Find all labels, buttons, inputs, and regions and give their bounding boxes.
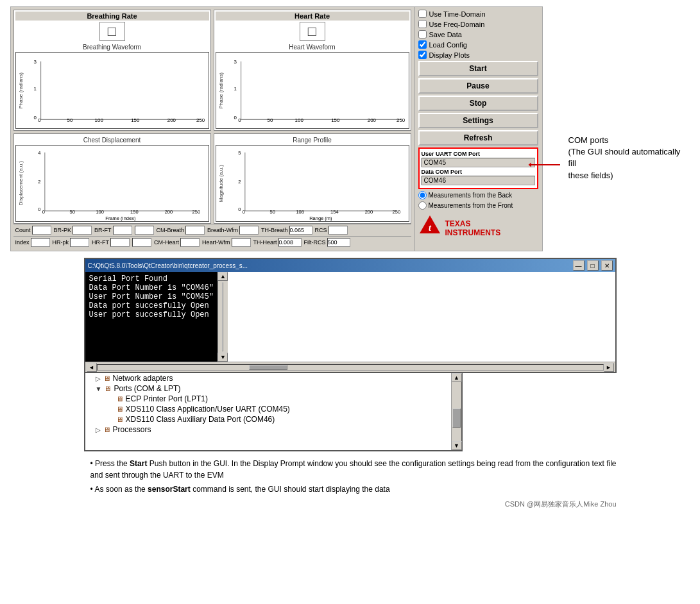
user-uart-label: User UART COM Port [422,151,535,157]
terminal-line-3: User Port Number is "COM45" [89,292,214,301]
scroll-up-button[interactable]: ▲ [218,272,228,281]
extra-input1[interactable] [135,226,154,235]
hscroll-left-button[interactable]: ◄ [87,363,97,372]
use-freq-domain-label: Use Freq-Domain [429,21,485,28]
hscroll-right-button[interactable]: ► [604,363,614,372]
th-heart-input[interactable] [278,238,302,247]
svg-text:3: 3 [234,59,237,65]
processor-icon: 🖥 [103,426,110,433]
use-time-domain-label: Use Time-Domain [429,10,486,18]
cm-breath-label: CM-Breath [157,227,185,233]
cm-breath-input[interactable] [185,226,205,235]
svg-text:100: 100 [96,209,105,215]
hr-ft-label: HR-FT [92,239,109,246]
processors-item[interactable]: ▷ 🖥 Processors [85,424,451,435]
use-time-domain-checkbox[interactable] [418,10,427,18]
device-scroll-down[interactable]: ▼ [452,441,462,450]
terminal-scrollbar[interactable]: ▲ ▼ [218,272,228,362]
xds110-data-item[interactable]: 🖥 XDS110 Class Auxiliary Data Port (COM4… [85,414,451,424]
br-ft-input[interactable] [113,226,132,235]
display-plots-checkbox[interactable] [418,51,427,59]
svg-text:Frame (Index): Frame (Index) [106,215,137,221]
close-button[interactable]: ✕ [601,260,613,271]
display-plots-row: Display Plots [418,51,538,59]
svg-text:50: 50 [67,117,73,123]
heart-wfm-label: Heart-Wfm [202,239,230,246]
use-time-domain-row: Use Time-Domain [418,10,538,18]
count-input[interactable] [32,226,51,235]
status-bar: Count BR-PK BR-FT CM-Breath [13,224,411,236]
index-input[interactable] [31,238,50,247]
svg-marker-49 [528,162,531,167]
terminal-window: C:\Qt\Qt5.8.0\Tools\QtCreator\bin\qtcrea… [84,258,617,373]
hr-pk-input[interactable] [70,238,89,247]
terminal-body: Serial Port Found Data Port Number is "C… [85,272,218,362]
cm-heart-input[interactable] [180,238,200,247]
filt-rcs-input[interactable] [327,238,350,247]
bullet2-suffix: command is sent, the GUI should start di… [191,485,390,494]
svg-text:200: 200 [165,209,173,215]
scroll-thumb[interactable] [222,282,223,351]
ti-logo-text: Texas Instruments [445,219,501,238]
minimize-button[interactable]: — [573,260,585,271]
y-axis-phase-label: Phase (radians) [18,72,24,108]
hscroll-track[interactable] [97,364,604,371]
load-config-checkbox[interactable] [418,40,427,49]
pause-button[interactable]: Pause [418,78,538,94]
settings-button[interactable]: Settings [418,113,538,128]
svg-text:250: 250 [192,209,201,215]
bullet-list: Press the Start Push button in the GUI. … [84,457,617,496]
svg-text:0: 0 [243,209,245,215]
heart-wfm-input[interactable] [232,238,251,247]
refresh-button[interactable]: Refresh [418,130,538,146]
use-freq-domain-checkbox[interactable] [418,20,427,28]
device-scroll-up[interactable]: ▲ [452,373,462,382]
svg-text:154: 154 [331,209,339,215]
xds110-uart-item[interactable]: 🖥 XDS110 Class Application/User UART (CO… [85,404,451,414]
hr-ft-input[interactable] [110,238,130,247]
count-label: Count [15,227,31,233]
terminal-title: C:\Qt\Qt5.8.0\Tools\QtCreator\bin\qtcrea… [88,262,248,269]
breath-wfm-input[interactable] [239,226,259,235]
scroll-down-button[interactable]: ▼ [218,353,228,362]
y-axis-magnitude-label: Magnitude (a.u.) [218,165,224,202]
maximize-button[interactable]: □ [587,260,599,271]
start-button[interactable]: Start [418,61,538,76]
bullet2-prefix: As soon as the [94,485,148,494]
bullet2-bold: sensorStart [148,485,191,494]
svg-text:0: 0 [38,117,42,123]
network-icon: 🖥 [103,374,110,382]
svg-text:250: 250 [397,117,406,123]
rcs-label: RCS [315,227,327,233]
measurements-front-radio[interactable] [418,201,427,210]
svg-text:1: 1 [234,86,237,92]
data-com-label: Data COM Port [422,169,535,175]
data-com-value: COM46 [422,176,535,185]
horizontal-scrollbar[interactable]: ◄ ► [85,362,615,372]
svg-text:1: 1 [34,86,37,92]
svg-text:50: 50 [70,209,75,215]
measurements-back-radio[interactable] [418,191,427,199]
index-label: Index [15,239,30,246]
ecp-label: ECP Printer Port (LPT1) [126,394,208,403]
device-scrollbar[interactable]: ▲ ▼ [451,373,461,450]
save-data-checkbox[interactable] [418,30,427,38]
svg-text:2: 2 [38,179,41,185]
breath-wfm-label: Breath-Wfm [207,227,238,233]
load-config-row: Load Config [418,40,538,49]
hr-pk-label: HR-pk [53,239,69,246]
extra-input2[interactable] [132,238,151,247]
device-scroll-thumb[interactable] [452,408,461,428]
hscroll-thumb[interactable] [249,365,287,370]
br-pk-input[interactable] [73,226,92,235]
ecp-printer-item[interactable]: 🖥 ECP Printer Port (LPT1) [85,394,451,404]
stop-button[interactable]: Stop [418,96,538,111]
svg-text:5: 5 [239,150,241,156]
use-freq-domain-row: Use Freq-Domain [418,20,538,28]
measurements-back-row: Measurements from the Back [418,191,538,199]
th-breath-input[interactable] [289,226,312,235]
network-adapters-item[interactable]: ▷ 🖥 Network adapters [85,373,451,383]
ports-item[interactable]: ▼ 🖥 Ports (COM & LPT) [85,383,451,394]
svg-text:100: 100 [95,117,104,123]
rcs-input[interactable] [329,226,348,235]
